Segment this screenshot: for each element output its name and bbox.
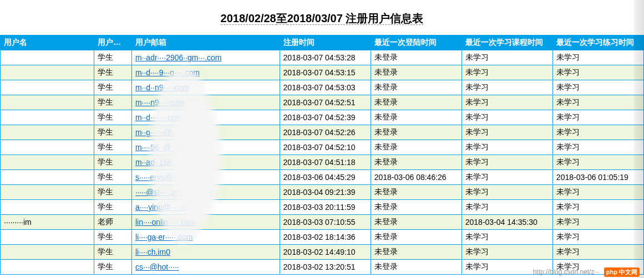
cell-course: 未学习 xyxy=(462,200,552,215)
email-link[interactable]: a····ying@····.uk xyxy=(135,203,189,212)
cell-practice: 未学习 xyxy=(552,245,643,260)
cell-practice: 2018-03-06 01:05:19 xyxy=(552,170,643,185)
cell-email: cs···@hot····· xyxy=(131,260,280,275)
cell-username xyxy=(1,155,94,170)
cell-reg: 2018-03-06 04:45:29 xyxy=(280,170,371,185)
table-row: 学生·····@st-···.gor···.org.uk2018-03-04 0… xyxy=(1,185,644,200)
cell-type: 学生 xyxy=(94,230,132,245)
email-link[interactable]: ·····@st-···.gor···.org.uk xyxy=(135,188,212,197)
cell-username xyxy=(1,65,94,80)
cell-email: lin····onlin·····.com xyxy=(131,215,280,230)
table-row: ·········im老师lin····onlin·····.com2018-0… xyxy=(1,215,644,230)
cell-practice: 未学习 xyxy=(552,95,643,110)
cell-username xyxy=(1,125,94,140)
cell-email: m··d··n9·····com xyxy=(131,80,280,95)
table-row: 学生m··ad··156····a···.com2018-03-07 04:51… xyxy=(1,155,644,170)
cell-course: 未学习 xyxy=(462,230,552,245)
cell-username xyxy=(1,170,94,185)
cell-reg: 2018-03-07 04:53:15 xyxy=(280,65,371,80)
cell-reg: 2018-03-07 04:51:18 xyxy=(280,155,371,170)
cell-login: 未登录 xyxy=(371,215,462,230)
cell-email: m····n9·····com xyxy=(131,95,280,110)
cell-username xyxy=(1,185,94,200)
email-link[interactable]: lin····onlin·····.com xyxy=(135,218,196,226)
cell-course: 未学习 xyxy=(462,170,552,185)
cell-login: 未登录 xyxy=(371,140,462,155)
email-link[interactable]: m····n9·····com xyxy=(135,98,185,107)
email-link[interactable]: s·····erys@····.com xyxy=(135,173,198,182)
table-row: 学生s·····erys@····.com2018-03-06 04:45:29… xyxy=(1,170,644,185)
title-date-to: 2018/03/07 注册用户信息表 xyxy=(287,12,424,25)
email-link[interactable]: li····ga·er·····.com xyxy=(135,233,192,241)
email-link[interactable]: cs···@hot····· xyxy=(135,262,179,271)
cell-username xyxy=(1,200,94,215)
col-header-login: 最近一次登陆时间 xyxy=(371,35,462,50)
email-link[interactable]: m··d····9···g····.com xyxy=(135,68,200,77)
cell-type: 老师 xyxy=(94,215,132,230)
cell-login: 未登录 xyxy=(371,230,462,245)
cell-type: 学生 xyxy=(94,200,132,215)
cell-email: m··adr····2906··gm···.com xyxy=(131,50,280,65)
table-row: 学生m····n9·····com2018-03-07 04:52:51未登录未… xyxy=(1,95,644,110)
cell-reg: 2018-03-03 20:11:59 xyxy=(280,200,371,215)
cell-login: 2018-03-06 08:46:26 xyxy=(371,170,462,185)
cell-login: 未登录 xyxy=(371,80,462,95)
cell-username xyxy=(1,140,94,155)
col-header-reg: 注册时间 xyxy=(280,35,371,50)
cell-reg: 2018-03-07 04:52:26 xyxy=(280,125,371,140)
cell-practice: 未学习 xyxy=(552,65,643,80)
cell-username xyxy=(1,110,94,125)
cell-reg: 2018-03-02 13:20:51 xyxy=(280,260,371,275)
email-link[interactable]: m··g······@····.com xyxy=(135,128,197,137)
cell-practice: 未学习 xyxy=(552,125,643,140)
email-link[interactable]: m··d·······.com xyxy=(135,113,182,122)
cell-course: 未学习 xyxy=(462,125,552,140)
cell-type: 学生 xyxy=(94,95,132,110)
email-link[interactable]: m··d··n9·····com xyxy=(135,83,189,92)
cell-type: 学生 xyxy=(94,125,132,140)
cell-reg: 2018-03-03 07:10:55 xyxy=(280,215,371,230)
cell-email: m··ad··156····a···.com xyxy=(131,155,280,170)
cell-practice: 未学习 xyxy=(552,185,643,200)
table-row: 学生m··adr····2906··gm···.com2018-03-07 04… xyxy=(1,50,644,65)
cell-type: 学生 xyxy=(94,140,132,155)
cell-login: 未登录 xyxy=(371,200,462,215)
cell-reg: 2018-03-07 04:52:51 xyxy=(280,95,371,110)
table-row: 学生a····ying@····.uk2018-03-03 20:11:59未登… xyxy=(1,200,644,215)
cell-course: 未学习 xyxy=(462,110,552,125)
col-header-practice: 最近一次学习练习时间 xyxy=(552,35,643,50)
cell-type: 学生 xyxy=(94,155,132,170)
email-link[interactable]: li····ch.im0 xyxy=(135,248,170,256)
cell-course: 未学习 xyxy=(462,95,552,110)
email-link[interactable]: m··adr····2906··gm···.com xyxy=(135,53,222,62)
cell-email: m··g······@····.com xyxy=(131,125,280,140)
cell-course: 2018-03-04 14:35:30 xyxy=(462,215,552,230)
cell-username xyxy=(1,95,94,110)
cell-course: 未学习 xyxy=(462,245,552,260)
cell-type: 学生 xyxy=(94,80,132,95)
cell-email: li····ga·er·····.com xyxy=(131,230,280,245)
cell-course: 未学习 xyxy=(462,185,552,200)
table-row: 学生m··d··n9·····com2018-03-07 04:53:03未登录… xyxy=(1,80,644,95)
cell-email: m····56··@····.com xyxy=(131,140,280,155)
cell-type: 学生 xyxy=(94,245,132,260)
cell-course: 未学习 xyxy=(462,155,552,170)
cell-practice: 未学习 xyxy=(552,80,643,95)
cell-practice: 未学习 xyxy=(552,215,643,230)
title-mid: 至 xyxy=(276,12,287,25)
email-link[interactable]: m····56··@····.com xyxy=(135,143,197,152)
cell-login: 未登录 xyxy=(371,125,462,140)
email-link[interactable]: m··ad··156····a···.com xyxy=(135,158,209,167)
cell-email: ·····@st-···.gor···.org.uk xyxy=(131,185,280,200)
cell-type: 学生 xyxy=(94,170,132,185)
cell-username xyxy=(1,50,94,65)
user-info-table: 用户名 用户类型 用户邮箱 注册时间 最近一次登陆时间 最近一次学习课程时间 最… xyxy=(0,35,644,275)
cell-login: 未登录 xyxy=(371,155,462,170)
cell-login: 未登录 xyxy=(371,50,462,65)
col-header-course: 最近一次学习课程时间 xyxy=(462,35,552,50)
table-row: 学生li····ch.im02018-03-02 14:49:10未登录未学习未… xyxy=(1,245,644,260)
cell-reg: 2018-03-07 04:53:03 xyxy=(280,80,371,95)
cell-practice: 未学习 xyxy=(552,200,643,215)
table-row: 学生m····56··@····.com2018-03-07 04:52:10未… xyxy=(1,140,644,155)
cell-course: 未学习 xyxy=(462,80,552,95)
